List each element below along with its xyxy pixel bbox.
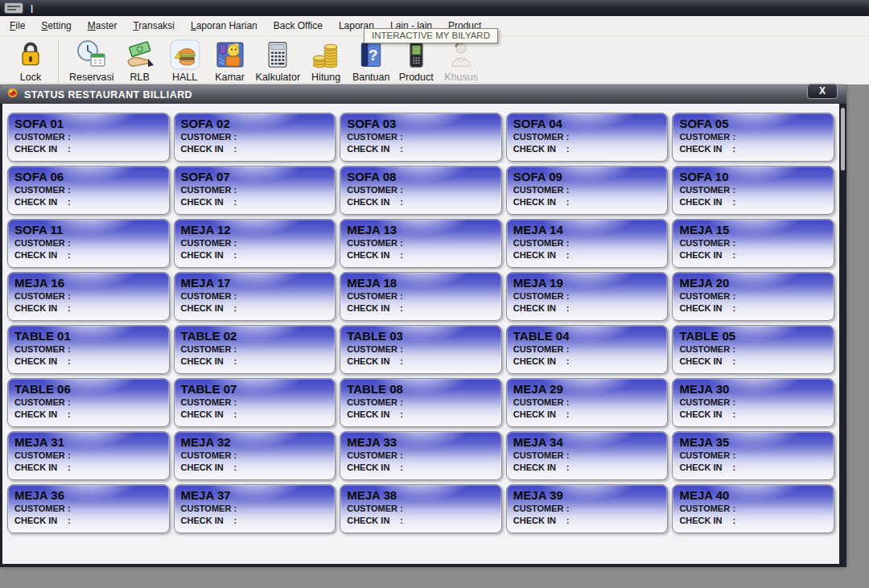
table-card[interactable]: TABLE 06CUSTOMER:CHECK IN: [7, 378, 170, 427]
checkin-value [242, 143, 329, 155]
checkin-colon: : [732, 196, 740, 208]
table-card[interactable]: TABLE 02CUSTOMER:CHECK IN: [174, 325, 336, 374]
table-card[interactable]: TABLE 07CUSTOMER:CHECK IN: [174, 378, 336, 427]
toolbar-button-rlb[interactable]: RLB [117, 39, 163, 83]
table-card[interactable]: SOFA 02CUSTOMER:CHECK IN: [174, 113, 336, 162]
table-card[interactable]: TABLE 01CUSTOMER:CHECK IN: [7, 325, 170, 374]
table-card[interactable]: MEJA 32CUSTOMER:CHECK IN: [174, 431, 336, 480]
table-card[interactable]: MEJA 18CUSTOMER:CHECK IN: [340, 272, 502, 321]
customer-colon: : [68, 503, 76, 515]
checkin-row: CHECK IN: [181, 143, 329, 155]
customer-label: CUSTOMER [513, 237, 566, 249]
checkin-row: CHECK IN: [181, 409, 329, 421]
menu-item-transaksi[interactable]: Transaksi [125, 17, 183, 35]
menu-item-setting[interactable]: Setting [33, 17, 79, 35]
checkin-value [575, 356, 661, 368]
table-card[interactable]: SOFA 10CUSTOMER:CHECK IN: [672, 166, 834, 215]
customer-value [575, 237, 661, 249]
checkin-row: CHECK IN: [181, 302, 329, 315]
lock-icon [14, 39, 47, 71]
table-card[interactable]: MEJA 39CUSTOMER:CHECK IN: [506, 484, 669, 533]
toolbar-button-bantuan[interactable]: ?Bantuan [348, 39, 393, 83]
table-card[interactable]: MEJA 16CUSTOMER:CHECK IN: [7, 272, 170, 321]
table-card[interactable]: MEJA 38CUSTOMER:CHECK IN: [340, 484, 502, 533]
checkin-label: CHECK IN [181, 249, 234, 261]
customer-row: CUSTOMER: [181, 131, 329, 143]
toolbar-button-lock[interactable]: Lock [8, 39, 53, 83]
checkin-label: CHECK IN [513, 356, 566, 368]
table-card[interactable]: MEJA 15CUSTOMER:CHECK IN: [672, 219, 834, 268]
toolbar-button-product[interactable]: Product [393, 39, 439, 83]
table-card[interactable]: MEJA 14CUSTOMER:CHECK IN: [506, 219, 669, 268]
table-card[interactable]: TABLE 05CUSTOMER:CHECK IN: [672, 325, 834, 374]
customer-label: CUSTOMER [347, 131, 400, 143]
checkin-value [740, 143, 827, 155]
app-window-icon[interactable] [4, 2, 23, 14]
toolbar-button-hitung[interactable]: Hitung [303, 39, 348, 83]
table-card[interactable]: MEJA 20CUSTOMER:CHECK IN: [672, 272, 834, 321]
checkin-row: CHECK IN: [679, 515, 827, 527]
toolbar-button-kalkulator[interactable]: Kalkulator [253, 39, 304, 83]
checkin-row: CHECK IN: [347, 302, 495, 315]
window-edge-scrollbar[interactable] [841, 108, 845, 171]
customer-label: CUSTOMER [181, 450, 234, 462]
table-card[interactable]: SOFA 01CUSTOMER:CHECK IN: [7, 113, 170, 162]
checkin-label: CHECK IN [513, 462, 566, 474]
menu-item-file[interactable]: File [2, 17, 33, 35]
customer-colon: : [68, 290, 76, 302]
toolbar-button-reservasi[interactable]: Reservasi [66, 39, 117, 83]
menu-item-master[interactable]: Master [80, 17, 126, 35]
table-card[interactable]: SOFA 06CUSTOMER:CHECK IN: [7, 166, 170, 215]
customer-label: CUSTOMER [181, 397, 234, 409]
checkin-colon: : [732, 249, 740, 261]
table-card[interactable]: MEJA 33CUSTOMER:CHECK IN: [340, 431, 502, 480]
calculator-icon [262, 39, 294, 71]
checkin-colon: : [566, 409, 575, 421]
table-card[interactable]: SOFA 07CUSTOMER:CHECK IN: [174, 166, 336, 215]
table-card[interactable]: SOFA 05CUSTOMER:CHECK IN: [672, 113, 834, 162]
table-card[interactable]: SOFA 03CUSTOMER:CHECK IN: [340, 113, 502, 162]
checkin-value [740, 196, 827, 208]
customer-value [76, 450, 163, 462]
table-card[interactable]: MEJA 36CUSTOMER:CHECK IN: [7, 484, 170, 533]
checkin-label: CHECK IN [347, 462, 400, 474]
table-card[interactable]: MEJA 37CUSTOMER:CHECK IN: [174, 484, 336, 533]
customer-value [740, 503, 827, 515]
menu-item-back-office[interactable]: Back Office [266, 17, 331, 35]
checkin-row: CHECK IN: [181, 249, 329, 261]
menu-item-laporan-harian[interactable]: Laporan Harian [183, 17, 266, 35]
checkin-row: CHECK IN: [679, 249, 827, 261]
table-card[interactable]: MEJA 13CUSTOMER:CHECK IN: [340, 219, 502, 268]
checkin-value [408, 409, 495, 421]
customer-label: CUSTOMER [679, 343, 732, 356]
table-card[interactable]: TABLE 03CUSTOMER:CHECK IN: [340, 325, 502, 374]
table-name: MEJA 17 [181, 275, 329, 290]
table-card[interactable]: MEJA 40CUSTOMER:CHECK IN: [672, 484, 834, 533]
toolbar-button-kamar[interactable]: Kamar [208, 39, 253, 83]
table-card[interactable]: TABLE 04CUSTOMER:CHECK IN: [506, 325, 669, 374]
customer-colon: : [732, 290, 740, 302]
table-card[interactable]: MEJA 30CUSTOMER:CHECK IN: [672, 378, 834, 427]
table-card[interactable]: MEJA 19CUSTOMER:CHECK IN: [506, 272, 669, 321]
table-card[interactable]: MEJA 34CUSTOMER:CHECK IN: [506, 431, 669, 480]
table-card[interactable]: MEJA 31CUSTOMER:CHECK IN: [7, 431, 170, 480]
table-card[interactable]: SOFA 11CUSTOMER:CHECK IN: [7, 219, 170, 268]
table-card[interactable]: SOFA 08CUSTOMER:CHECK IN: [340, 166, 502, 215]
customer-colon: : [400, 397, 408, 409]
close-button[interactable]: X [807, 84, 838, 99]
checkin-row: CHECK IN: [347, 409, 495, 421]
table-card[interactable]: MEJA 12CUSTOMER:CHECK IN: [174, 219, 336, 268]
customer-row: CUSTOMER: [513, 237, 661, 249]
table-card[interactable]: MEJA 35CUSTOMER:CHECK IN: [672, 431, 834, 480]
table-card[interactable]: SOFA 04CUSTOMER:CHECK IN: [506, 113, 669, 162]
customer-colon: : [732, 237, 740, 249]
checkin-row: CHECK IN: [14, 462, 163, 474]
customer-value [740, 450, 827, 462]
toolbar-button-hall[interactable]: HALL [163, 39, 208, 83]
table-card[interactable]: TABLE 08CUSTOMER:CHECK IN: [340, 378, 502, 427]
table-card[interactable]: MEJA 17CUSTOMER:CHECK IN: [174, 272, 336, 321]
table-card[interactable]: MEJA 29CUSTOMER:CHECK IN: [506, 378, 669, 427]
table-card[interactable]: SOFA 09CUSTOMER:CHECK IN: [506, 166, 669, 215]
table-name: MEJA 36 [14, 487, 163, 503]
customer-colon: : [68, 397, 76, 409]
